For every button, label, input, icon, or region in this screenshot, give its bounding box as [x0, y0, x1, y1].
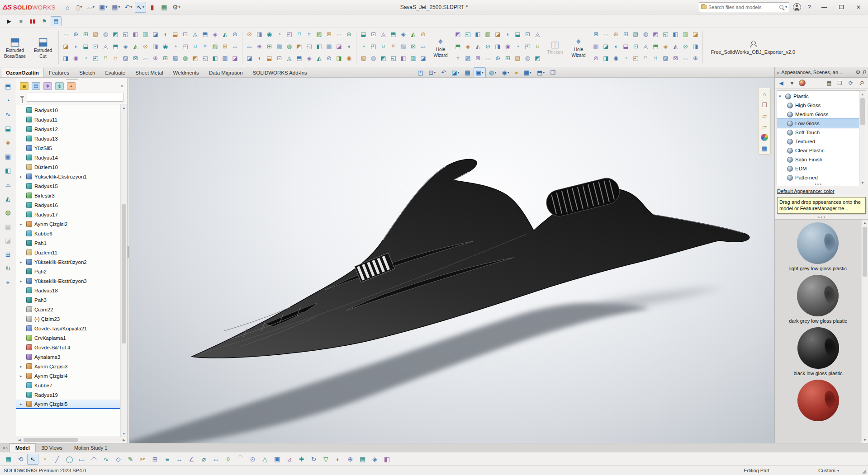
feature-tool-icon[interactable]: ⌓ [3, 179, 14, 189]
ribbon-tool-icon[interactable]: ◖ [161, 29, 170, 39]
task-pane-header[interactable]: « Appearances, Scenes, an... ⚙ ⚲ [774, 67, 868, 78]
ribbon-tool-icon[interactable]: ◉ [265, 29, 274, 39]
tree-item[interactable]: ▸ Radyus12 [16, 124, 120, 134]
ribbon-tool-icon[interactable]: ⌑ [101, 53, 110, 63]
feature-tool-icon[interactable]: ↻ [3, 263, 14, 273]
ribbon-tool-icon[interactable]: ◩ [111, 29, 120, 39]
appearance-category[interactable]: Medium Gloss [777, 110, 859, 119]
ribbon-tool-icon[interactable]: ⌑ [533, 42, 542, 51]
expand-arrow-icon[interactable]: ▸ [20, 402, 24, 406]
ribbon-tool-icon[interactable]: ◨ [691, 42, 700, 51]
configuration-manager-icon[interactable]: ❖ [43, 82, 52, 90]
ribbon-tool-icon[interactable]: ◉ [344, 53, 354, 63]
ribbon-tool-icon[interactable]: ◪ [334, 42, 344, 51]
ribbon-tool-icon[interactable]: ⊞ [621, 29, 631, 39]
sketch-tool-icon[interactable]: ✎ [125, 454, 136, 465]
ribbon-tool-icon[interactable]: ◩ [190, 53, 200, 63]
tree-item[interactable]: ▸ Pah1 [16, 238, 120, 248]
tree-item[interactable]: ▸ Ayrım Çizgisi2 [16, 219, 120, 229]
feature-tool-icon[interactable]: ⬒ [3, 81, 14, 91]
appearance-category[interactable]: Patterned [777, 173, 859, 182]
xpress-products-icon[interactable]: ▮ ▾ [147, 2, 158, 13]
ribbon-tool-icon[interactable]: ◧ [314, 42, 324, 51]
sketch-tool-icon[interactable]: ◯ [64, 454, 75, 465]
ribbon-tool-icon[interactable]: ⌑ [294, 29, 304, 39]
sketch-tool-icon[interactable]: ◐ [332, 454, 344, 465]
sketch-tool-icon[interactable]: ≡ [161, 454, 173, 465]
ribbon-tool-icon[interactable]: ⬓ [81, 42, 90, 51]
ribbon-tool-icon[interactable]: ⊘ [483, 42, 493, 51]
ribbon-tool-icon[interactable]: ⌓ [418, 42, 428, 51]
feature-tool-icon[interactable]: ◍ [3, 207, 14, 217]
appearance-category[interactable]: Textured [777, 137, 859, 146]
tree-horizontal-scrollbar[interactable]: ◀ ▶ [16, 437, 127, 443]
ribbon-tool-icon[interactable]: ⌗ [453, 53, 463, 63]
stop-macro-icon[interactable]: ■ [15, 16, 26, 26]
sketch-tool-icon[interactable]: ⊙ [247, 454, 258, 465]
ribbon-tool-icon[interactable]: ▥ [408, 53, 418, 63]
ribbon-tool-icon[interactable]: ◍ [641, 29, 650, 39]
new-macro-icon[interactable]: ▤ [51, 16, 62, 26]
folder-icon[interactable]: ❒ [836, 79, 844, 87]
ribbon-tool-icon[interactable]: ⊘ [324, 53, 334, 63]
ribbon-tool-icon[interactable]: ◖ [344, 42, 354, 51]
expand-arrow-icon[interactable]: ▸ [20, 374, 24, 378]
tree-item[interactable]: ▸ Radyus15 [16, 181, 120, 191]
ribbon-tool-icon[interactable]: ⊠ [591, 29, 601, 39]
ribbon-tool-icon[interactable]: ⊘ [245, 29, 254, 39]
ribbon-tool-icon[interactable]: ▥ [681, 29, 690, 39]
tree-item[interactable]: ▸ Pah3 [16, 295, 120, 305]
swatches-scrollbar[interactable]: ▲ ▼ [861, 220, 868, 443]
ribbon-tool-icon[interactable]: ◧ [398, 53, 408, 63]
ribbon-tool-icon[interactable]: ⊠ [473, 53, 483, 63]
ribbon-tool-icon[interactable]: ⊕ [691, 53, 700, 63]
record-pause-macro-icon[interactable]: ▮▮ [27, 16, 38, 26]
scrollbar-thumb[interactable] [122, 204, 126, 344]
annotation-views-icon[interactable]: ▤ ▾ [462, 67, 472, 77]
ribbon-tool-icon[interactable]: ⊠ [324, 29, 334, 39]
ribbon-tool-icon[interactable]: ◱ [389, 53, 398, 63]
sketch-tool-icon[interactable]: ▽ [320, 454, 332, 465]
obj-exporter-addin-button[interactable]: Free_SolidWorks_OBJ_Exporter_v2.0 [708, 29, 798, 66]
appearance-swatch[interactable] [797, 380, 839, 423]
ribbon-tool-icon[interactable]: ▥ [591, 42, 601, 51]
prev-tab-icon[interactable]: ‹ [6, 445, 8, 450]
ribbon-tool-icon[interactable]: ▨ [463, 53, 473, 63]
display-manager-icon[interactable]: ◕ [67, 82, 76, 90]
ribbon-tool-icon[interactable]: ◬ [101, 42, 110, 51]
ribbon-tool-icon[interactable]: ⌗ [111, 53, 120, 63]
ribbon-tool-icon[interactable]: ◨ [61, 53, 71, 63]
display-style-icon[interactable]: ◍ ▾ [487, 67, 498, 77]
ribbon-tool-icon[interactable]: ⌓ [61, 29, 71, 39]
apply-scene-icon[interactable]: ▦ ▾ [522, 67, 534, 77]
ribbon-tool-icon[interactable]: ⊡ [275, 53, 284, 63]
ribbon-tool-icon[interactable]: ⌓ [601, 29, 611, 39]
ribbon-tool-icon[interactable]: ▥ [324, 42, 334, 51]
ribbon-tool-icon[interactable]: ⊕ [493, 53, 503, 63]
ribbon-tool-icon[interactable]: ◔ [275, 29, 284, 39]
expand-arrow-icon[interactable]: ▸ [20, 174, 24, 179]
ribbon-tool-icon[interactable]: ◖ [255, 53, 264, 63]
tree-item[interactable]: ▸ Radyus10 [16, 105, 120, 115]
ribbon-tool-icon[interactable]: ◪ [493, 29, 503, 39]
command-tab[interactable]: Evaluate [100, 68, 130, 77]
command-tab[interactable]: Features [44, 68, 74, 77]
search-box[interactable]: ▾ [699, 2, 789, 12]
scroll-down-icon[interactable]: ▼ [859, 179, 866, 186]
sketch-tool-icon[interactable]: ⊞ [149, 454, 161, 465]
gear-icon[interactable]: ⚙ [855, 69, 860, 75]
scroll-right-icon[interactable]: ▶ [121, 437, 127, 443]
ribbon-tool-icon[interactable]: ◔ [359, 42, 368, 51]
ribbon-tool-icon[interactable]: ⌓ [483, 53, 493, 63]
undo-icon[interactable]: ↶ ▾ [123, 2, 134, 13]
ribbon-tool-icon[interactable]: ◰ [285, 29, 294, 39]
ribbon-tool-icon[interactable]: ◪ [418, 53, 428, 63]
ribbon-tool-icon[interactable]: ◖ [611, 42, 621, 51]
appearance-category[interactable]: High Gloss [777, 101, 859, 110]
tree-item[interactable]: ▸ Radyus17 [16, 210, 120, 219]
ribbon-tool-icon[interactable]: ⬓ [171, 29, 180, 39]
collapse-chevrons-icon[interactable]: « [777, 70, 779, 75]
ribbon-tool-icon[interactable]: ⬒ [200, 29, 210, 39]
sketch-tool-icon[interactable]: △ [259, 454, 270, 465]
tree-resize-handle[interactable] [777, 182, 859, 186]
